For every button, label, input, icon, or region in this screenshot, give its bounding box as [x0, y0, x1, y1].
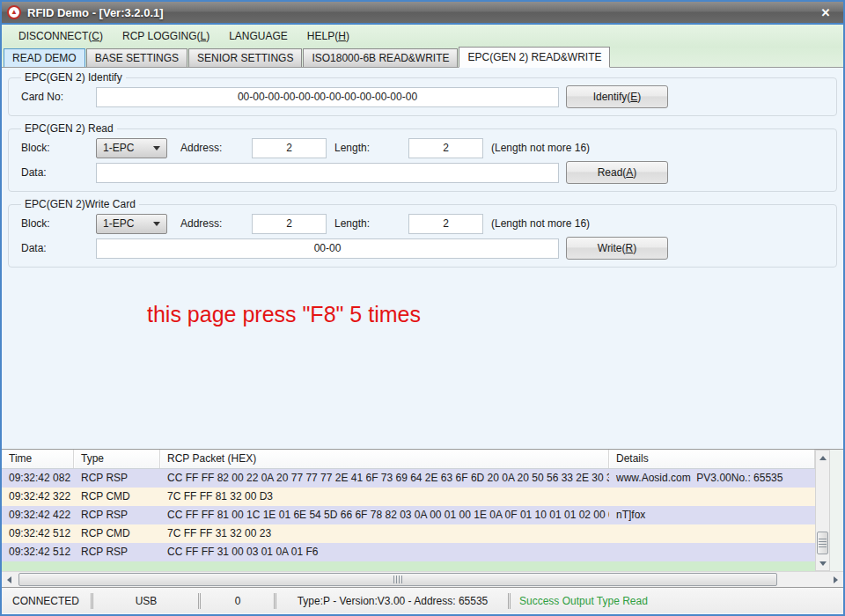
log-cell-time: 09:32:42 512 — [2, 543, 74, 561]
log-cell-type: RCP RSP — [74, 543, 160, 561]
column-header-details[interactable]: Details — [609, 450, 815, 468]
identify-button[interactable]: Identify(E) — [566, 85, 668, 108]
chevron-down-icon — [153, 222, 160, 226]
button-label: ) — [637, 91, 641, 103]
log-row[interactable]: 09:32:42 512 RCP RSP CC FF FF 31 00 03 0… — [2, 543, 815, 561]
data-label: Data: — [14, 166, 96, 179]
close-icon[interactable]: ✕ — [813, 4, 838, 21]
tab-read-demo[interactable]: READ DEMO — [4, 48, 85, 67]
status-connection: CONNECTED — [2, 588, 90, 613]
card-no-label: Card No: — [14, 91, 96, 103]
menu-label: DISCONNECT( — [18, 30, 92, 42]
block-select[interactable]: 1-EPC — [96, 214, 167, 234]
data-label: Data: — [14, 242, 96, 254]
log-row[interactable]: 09:32:42 082 RCP RSP CC FF FF 82 00 22 0… — [2, 469, 815, 488]
write-group: EPC(GEN 2)Write Card Block: 1-EPC Addres… — [8, 198, 837, 268]
log-row[interactable]: 09:32:42 322 RCP CMD 7C FF FF 81 32 00 D… — [2, 488, 815, 506]
menu-label: ) — [99, 30, 103, 42]
read-group: EPC(GEN 2) Read Block: 1-EPC Address: Le… — [8, 122, 837, 192]
read-data-input[interactable] — [96, 163, 559, 183]
length-input[interactable] — [408, 214, 483, 234]
log-cell-packet: 7C FF FF 31 32 00 23 — [160, 524, 609, 543]
status-device-info: Type:P - Version:V3.00 - Address: 65535 — [278, 588, 507, 613]
log-cell-packet: 7C FF FF 81 32 00 D3 — [160, 488, 609, 506]
log-cell-packet: CC FF FF 31 00 03 01 0A 01 F6 — [160, 543, 609, 561]
read-group-title: EPC(GEN 2) Read — [21, 122, 117, 135]
horizontal-scroll-track[interactable] — [17, 572, 828, 587]
address-label: Address: — [167, 217, 252, 230]
log-cell-details — [609, 543, 815, 561]
button-label: Write( — [598, 242, 626, 254]
app-window: ▲ RFID Demo - [Ver:3.2.0.1] ✕ DISCONNECT… — [0, 0, 845, 616]
log-cell-packet: CC FF FF 81 00 1C 1E 01 6E 54 5D 66 6F 7… — [160, 506, 609, 524]
write-group-title: EPC(GEN 2)Write Card — [21, 198, 139, 210]
vertical-scroll-track[interactable] — [816, 465, 829, 556]
app-logo-icon: ▲ — [7, 5, 21, 19]
epc-gen2-panel: EPC(GEN 2) Identify Card No: Identify(E)… — [2, 68, 843, 449]
length-input[interactable] — [408, 138, 483, 158]
vertical-scroll-thumb[interactable] — [817, 532, 828, 554]
window-title: RFID Demo - [Ver:3.2.0.1] — [27, 6, 164, 19]
tab-epc-gen2[interactable]: EPC(GEN 2) READ&WRITE — [459, 47, 610, 68]
rcp-log-panel: Time Type RCP Packet (HEX) Details 09:32… — [2, 449, 843, 571]
vertical-scrollbar[interactable] — [815, 450, 830, 571]
log-cell-time: 09:32:42 082 — [2, 469, 74, 488]
address-label: Address: — [167, 142, 252, 154]
tab-senior-settings[interactable]: SENIOR SETTINGS — [188, 48, 302, 67]
status-separator — [198, 593, 199, 609]
menu-item-language[interactable]: LANGUAGE — [219, 25, 298, 48]
scroll-down-icon[interactable] — [816, 556, 829, 570]
log-right-margin — [830, 450, 843, 571]
scroll-right-icon[interactable] — [828, 572, 843, 587]
menu-accel: L — [200, 30, 206, 42]
menu-item-help[interactable]: HELP(H) — [298, 25, 359, 48]
status-interface: USB — [95, 588, 197, 613]
block-select-value: 1-EPC — [103, 142, 153, 154]
tab-base-settings[interactable]: BASE SETTINGS — [86, 48, 187, 67]
status-separator — [274, 593, 275, 609]
button-label: ) — [633, 242, 636, 254]
horizontal-scroll-thumb[interactable] — [18, 573, 777, 586]
menu-item-rcp-logging[interactable]: RCP LOGGING(L) — [113, 25, 219, 48]
length-label: Length: — [327, 142, 408, 154]
status-bar: CONNECTED USB 0 Type:P - Version:V3.00 -… — [2, 587, 843, 613]
tab-iso18000-6b[interactable]: ISO18000-6B READ&WRITE — [303, 48, 458, 67]
column-header-packet[interactable]: RCP Packet (HEX) — [160, 450, 609, 468]
length-hint: (Length not more 16) — [491, 142, 590, 154]
block-select[interactable]: 1-EPC — [96, 138, 167, 158]
column-header-time[interactable]: Time — [2, 450, 74, 468]
log-cell-details: www.Aosid.com PV3.00No.: 65535 — [609, 469, 815, 488]
log-cell-details — [609, 488, 815, 506]
status-separator — [91, 593, 92, 609]
log-cell-type: RCP RSP — [74, 506, 160, 524]
column-header-type[interactable]: Type — [74, 450, 160, 468]
write-button[interactable]: Write(R) — [566, 237, 668, 260]
scroll-left-icon[interactable] — [2, 572, 17, 587]
log-cell-time: 09:32:42 322 — [2, 488, 74, 506]
address-input[interactable] — [252, 138, 327, 158]
scroll-up-icon[interactable] — [816, 451, 829, 465]
read-button[interactable]: Read(A) — [566, 161, 668, 184]
identify-group-title: EPC(GEN 2) Identify — [21, 71, 126, 84]
log-cell-details — [609, 524, 815, 543]
status-count: 0 — [202, 588, 273, 613]
card-no-input[interactable] — [96, 87, 559, 107]
tab-bar: READ DEMO BASE SETTINGS SENIOR SETTINGS … — [2, 48, 843, 68]
menu-label: ) — [206, 30, 209, 42]
log-row[interactable]: 09:32:42 422 RCP RSP CC FF FF 81 00 1C 1… — [2, 506, 815, 524]
title-bar: ▲ RFID Demo - [Ver:3.2.0.1] ✕ — [2, 2, 843, 25]
log-cell-type: RCP CMD — [74, 488, 160, 506]
block-label: Block: — [14, 217, 96, 230]
f8-instruction-note: this page press "F8" 5 times — [147, 302, 421, 327]
menu-accel: H — [338, 30, 346, 42]
write-data-input[interactable] — [96, 238, 559, 259]
address-input[interactable] — [252, 214, 327, 234]
block-label: Block: — [14, 142, 96, 154]
log-cell-time: 09:32:42 422 — [2, 506, 74, 524]
log-cell-type: RCP CMD — [74, 524, 160, 543]
length-hint: (Length not more 16) — [491, 217, 590, 230]
menu-item-disconnect[interactable]: DISCONNECT(C) — [9, 25, 113, 48]
button-label: ) — [633, 166, 636, 179]
horizontal-scrollbar[interactable] — [2, 571, 843, 587]
log-row[interactable]: 09:32:42 512 RCP CMD 7C FF FF 31 32 00 2… — [2, 524, 815, 543]
